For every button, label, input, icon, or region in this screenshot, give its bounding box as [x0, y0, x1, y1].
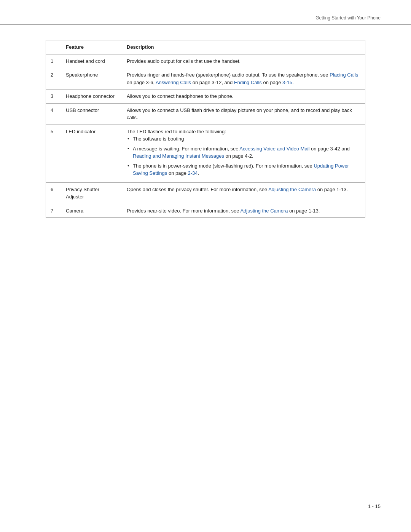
table-row: 2 Speakerphone Provides ringer and hands…	[46, 68, 365, 89]
row-description: Provides audio output for calls that use…	[122, 54, 365, 68]
row-description: Provides ringer and hands-free (speakerp…	[122, 68, 365, 89]
content-area: Feature Description 1 Handset and cord P…	[0, 40, 411, 218]
row-description: The LED flashes red to indicate the foll…	[122, 125, 365, 182]
row-feature: USB connector	[61, 103, 122, 125]
ending-calls-link[interactable]: Ending Calls	[234, 80, 262, 85]
page-header: Getting Started with Your Phone	[0, 0, 411, 25]
row-description: Opens and closes the privacy shutter. Fo…	[122, 182, 365, 204]
header-title: Getting Started with Your Phone	[315, 15, 381, 21]
adjusting-camera-link-7[interactable]: Adjusting the Camera	[240, 208, 288, 214]
led-description-intro: The LED flashes red to indicate the foll…	[127, 129, 226, 134]
table-row: 7 Camera Provides near-site video. For m…	[46, 204, 365, 218]
list-item: The phone is in power-saving mode (slow-…	[127, 162, 360, 177]
page-footer: 1 - 15	[368, 503, 381, 509]
table-header-row: Feature Description	[46, 40, 365, 54]
row-num: 6	[46, 182, 61, 204]
row-feature: LED indicator	[61, 125, 122, 182]
row-num: 7	[46, 204, 61, 218]
row-description: Provides near-site video. For more infor…	[122, 204, 365, 218]
page-3-15-link[interactable]: 3-15	[282, 80, 292, 85]
row-num: 1	[46, 54, 61, 68]
row-num: 3	[46, 89, 61, 104]
table-row: 3 Headphone connector Allows you to conn…	[46, 89, 365, 104]
adjusting-camera-link-6[interactable]: Adjusting the Camera	[268, 187, 316, 192]
page-number: 1 - 15	[368, 503, 381, 509]
led-bullet-list: The software is booting A message is wai…	[127, 135, 360, 177]
col-header-num	[46, 40, 61, 54]
table-row: 4 USB connector Allows you to connect a …	[46, 103, 365, 125]
row-description: Allows you to connect headphones to the …	[122, 89, 365, 104]
features-table: Feature Description 1 Handset and cord P…	[46, 40, 365, 218]
row-feature: Headphone connector	[61, 89, 122, 104]
table-row: 1 Handset and cord Provides audio output…	[46, 54, 365, 68]
reading-managing-link[interactable]: Reading and Managing Instant Messages	[133, 153, 224, 159]
list-item: The software is booting	[127, 135, 360, 143]
row-feature: Camera	[61, 204, 122, 218]
table-row: 6 Privacy Shutter Adjuster Opens and clo…	[46, 182, 365, 204]
row-feature: Privacy Shutter Adjuster	[61, 182, 122, 204]
row-feature: Speakerphone	[61, 68, 122, 89]
accessing-voice-link[interactable]: Accessing Voice and Video Mail	[239, 146, 309, 152]
updating-power-link[interactable]: Updating Power Saving Settings	[133, 163, 349, 176]
list-item: A message is waiting. For more informati…	[127, 145, 360, 160]
row-description: Allows you to connect a USB flash drive …	[122, 103, 365, 125]
row-num: 2	[46, 68, 61, 89]
placing-calls-link[interactable]: Placing Calls	[330, 72, 358, 78]
col-header-description: Description	[122, 40, 365, 54]
col-header-feature: Feature	[61, 40, 122, 54]
page-2-34-link[interactable]: 2-34	[188, 170, 198, 176]
row-num: 4	[46, 103, 61, 125]
table-row: 5 LED indicator The LED flashes red to i…	[46, 125, 365, 182]
row-num: 5	[46, 125, 61, 182]
answering-calls-link[interactable]: Answering Calls	[156, 80, 191, 85]
row-feature: Handset and cord	[61, 54, 122, 68]
